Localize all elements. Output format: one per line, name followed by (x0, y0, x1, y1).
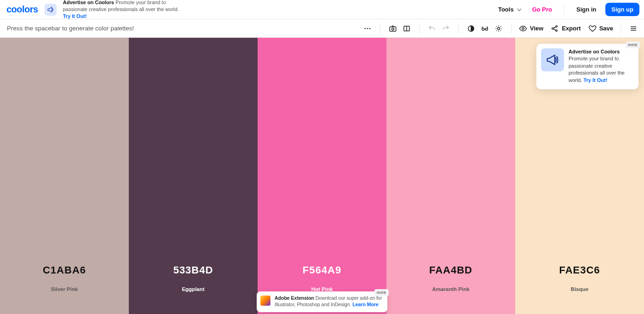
menu-icon[interactable] (628, 23, 638, 34)
header-promo-title: Advertise on Coolors (63, 0, 114, 5)
separator (419, 23, 420, 34)
color-name: Eggplant (182, 286, 204, 292)
sign-up-button[interactable]: Sign up (605, 3, 639, 16)
svg-point-13 (556, 25, 557, 27)
export-button[interactable]: Export (551, 24, 581, 33)
color-swatch[interactable]: F564A9Hot Pink (258, 38, 386, 314)
logo[interactable]: coolors (6, 4, 38, 15)
color-name: Silver Pink (51, 286, 78, 292)
color-swatch[interactable]: 533B4DEggplant (129, 38, 258, 314)
share-icon (551, 24, 559, 33)
color-swatch[interactable]: FAA4BDAmaranth Pink (386, 38, 515, 314)
promo-card-title: Advertise on Coolors (569, 48, 633, 55)
color-hex[interactable]: 533B4D (173, 264, 213, 276)
separator (458, 23, 459, 34)
camera-icon[interactable] (388, 23, 398, 34)
adobe-promo-card: HIDE Adobe Extension Download our super … (257, 291, 387, 312)
view-button[interactable]: View (519, 24, 543, 33)
save-button[interactable]: Save (588, 24, 613, 33)
megaphone-icon (541, 48, 564, 71)
svg-point-2 (369, 28, 371, 29)
generator-toolbar: Press the spacebar to generate color pal… (0, 19, 644, 38)
sign-in-link[interactable]: Sign in (574, 6, 599, 13)
color-swatch[interactable]: C1ABA6Silver Pink (0, 38, 129, 314)
promo-card: HIDE Advertise on Coolors Promote your b… (536, 44, 638, 89)
color-name: Bisque (571, 286, 588, 292)
collage-icon[interactable] (402, 23, 412, 34)
separator (564, 5, 564, 15)
generator-hint: Press the spacebar to generate color pal… (7, 25, 134, 32)
adobe-card-link[interactable]: Learn More (352, 302, 379, 307)
more-icon[interactable] (362, 23, 373, 34)
separator (621, 23, 621, 34)
glasses-icon[interactable] (480, 23, 490, 34)
eye-icon (519, 24, 527, 33)
undo-icon[interactable] (427, 23, 437, 34)
go-pro-link[interactable]: Go Pro (529, 6, 555, 13)
svg-point-9 (485, 28, 488, 30)
adobe-card-title: Adobe Extension (275, 295, 314, 301)
separator (511, 23, 512, 34)
promo-card-link[interactable]: Try It Out! (583, 77, 607, 83)
color-hex[interactable]: C1ABA6 (43, 264, 86, 276)
svg-rect-3 (390, 27, 396, 31)
svg-point-4 (392, 28, 394, 30)
brightness-icon[interactable] (494, 23, 504, 34)
view-label: View (530, 25, 543, 32)
svg-point-12 (552, 28, 553, 29)
hide-promo-button[interactable]: HIDE (626, 41, 640, 48)
redo-icon[interactable] (441, 23, 451, 34)
svg-point-0 (364, 28, 366, 29)
svg-point-1 (367, 28, 368, 29)
header-promo-link[interactable]: Try It Out! (63, 13, 87, 19)
color-hex[interactable]: FAA4BD (429, 264, 472, 276)
site-header: coolors Advertise on Coolors Promote you… (0, 0, 644, 19)
adobe-thumbnail-icon (260, 296, 270, 306)
svg-point-14 (556, 29, 557, 31)
tools-menu[interactable]: Tools (495, 6, 523, 13)
hide-adobe-button[interactable]: HIDE (374, 289, 389, 296)
contrast-icon[interactable] (466, 23, 476, 34)
separator (380, 23, 380, 34)
color-hex[interactable]: FAE3C6 (559, 264, 600, 276)
export-label: Export (562, 25, 581, 32)
save-label: Save (599, 25, 613, 32)
svg-point-10 (497, 27, 500, 29)
svg-point-8 (482, 28, 484, 30)
megaphone-icon (45, 4, 57, 16)
svg-point-11 (522, 27, 524, 29)
header-promo: Advertise on Coolors Promote your brand … (63, 0, 187, 20)
heart-icon (588, 24, 597, 33)
color-hex[interactable]: F564A9 (303, 264, 341, 276)
color-name: Amaranth Pink (432, 286, 469, 292)
